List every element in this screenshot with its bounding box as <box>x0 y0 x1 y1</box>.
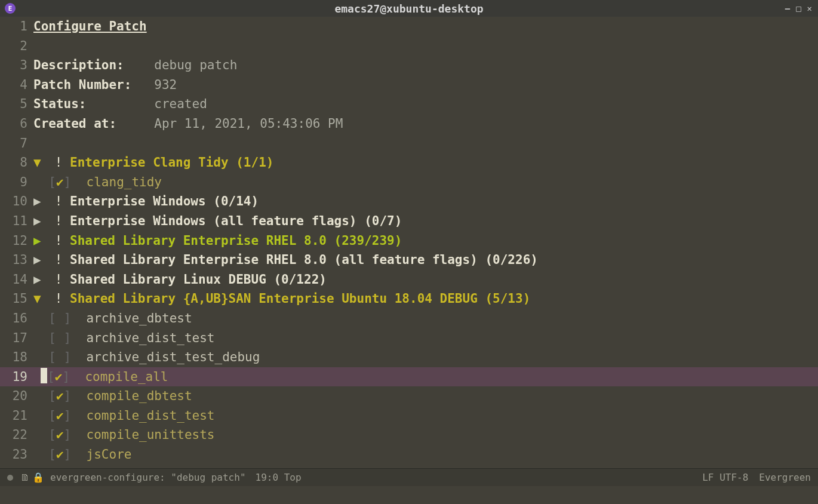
status-label: Status: <box>33 97 154 111</box>
task-checkbox[interactable]: [✔] <box>48 389 71 403</box>
task-line[interactable]: 21 [✔] compile_dist_test <box>0 406 818 426</box>
field-line: 4Patch Number: 932 <box>0 75 818 95</box>
fold-arrow-icon[interactable]: ▼ <box>33 289 47 309</box>
minibuffer[interactable] <box>0 486 818 504</box>
task-name[interactable]: compile_all <box>85 370 168 384</box>
field-line: 5Status: created <box>0 94 818 114</box>
line-number: 16 <box>0 309 33 328</box>
modeline-position: 19:0 Top <box>256 472 302 483</box>
line-number: 1 <box>0 17 33 36</box>
task-name[interactable]: archive_dist_test_debug <box>87 350 260 364</box>
section-marker-icon: ! <box>55 194 63 208</box>
fold-arrow-icon[interactable]: ▶ <box>33 250 47 270</box>
task-line[interactable]: 17 [ ] archive_dist_test <box>0 328 818 348</box>
task-name[interactable]: jsCore <box>87 447 132 462</box>
section-header[interactable]: 12▶ ! Shared Library Enterprise RHEL 8.0… <box>0 231 818 251</box>
section-header[interactable]: 15▼ ! Shared Library {A,UB}SAN Enterpris… <box>0 289 818 309</box>
line-number: 21 <box>0 406 33 426</box>
created-at-label: Created at: <box>33 116 154 131</box>
status-value: created <box>154 97 207 111</box>
modified-indicator-icon <box>7 475 13 481</box>
task-line[interactable]: 19 [✔] compile_all <box>0 367 818 387</box>
maximize-button[interactable]: □ <box>796 4 801 13</box>
task-name[interactable]: compile_unittests <box>87 428 215 442</box>
task-name[interactable]: clang_tidy <box>87 175 162 189</box>
window-controls: — □ ✕ <box>785 4 818 13</box>
task-line[interactable]: 20 [✔] compile_dbtest <box>0 386 818 406</box>
task-checkbox[interactable]: [✔] <box>48 428 71 442</box>
patch-number-value: 932 <box>154 78 177 92</box>
line-number: 19 <box>0 367 33 387</box>
editor-area[interactable]: 1Configure Patch23Description: debug pat… <box>0 17 818 468</box>
task-checkbox[interactable]: [✔] <box>48 175 71 189</box>
task-line[interactable]: 22 [✔] compile_unittests <box>0 425 818 445</box>
section-marker-icon: ! <box>55 272 63 287</box>
task-checkbox[interactable]: [ ] <box>48 331 71 345</box>
modeline[interactable]: 🗎 🔒 evergreen-configure: "debug patch" 1… <box>0 468 818 486</box>
section-marker-icon: ! <box>55 291 63 306</box>
line-number: 17 <box>0 328 33 348</box>
section-header[interactable]: 13▶ ! Shared Library Enterprise RHEL 8.0… <box>0 250 818 270</box>
section-header[interactable]: 11▶ ! Enterprise Windows (all feature fl… <box>0 211 818 231</box>
section-label[interactable]: Enterprise Windows (all feature flags) (… <box>70 214 402 228</box>
task-checkbox[interactable]: [✔] <box>48 408 71 423</box>
window-titlebar[interactable]: E emacs27@xubuntu-desktop — □ ✕ <box>0 0 818 17</box>
section-label[interactable]: Shared Library Enterprise RHEL 8.0 (239/… <box>70 233 402 248</box>
minimize-button[interactable]: — <box>785 4 790 13</box>
task-name[interactable]: compile_dist_test <box>87 408 215 423</box>
task-name[interactable]: archive_dbtest <box>87 311 192 325</box>
close-button[interactable]: ✕ <box>807 4 812 13</box>
task-name[interactable]: archive_dist_test <box>87 331 215 345</box>
line-number: 2 <box>0 36 33 56</box>
app-icon: E <box>5 3 16 14</box>
field-line: 6Created at: Apr 11, 2021, 05:43:06 PM <box>0 114 818 134</box>
task-line[interactable]: 23 [✔] jsCore <box>0 445 818 465</box>
line-number: 11 <box>0 211 33 231</box>
modeline-encoding: LF UTF-8 <box>702 472 748 483</box>
section-header[interactable]: 14▶ ! Shared Library Linux DEBUG (0/122) <box>0 270 818 290</box>
line-number: 22 <box>0 425 33 445</box>
line-number: 5 <box>0 94 33 114</box>
created-at-value: Apr 11, 2021, 05:43:06 PM <box>154 116 343 131</box>
line-number: 23 <box>0 445 33 465</box>
task-checkbox[interactable]: [✔] <box>48 447 71 462</box>
modeline-major-mode: Evergreen <box>759 472 811 483</box>
field-line: 3Description: debug patch <box>0 56 818 75</box>
line-number: 3 <box>0 56 33 75</box>
line-number: 14 <box>0 270 33 290</box>
section-label[interactable]: Shared Library Enterprise RHEL 8.0 (all … <box>70 253 538 267</box>
section-header[interactable]: 10▶ ! Enterprise Windows (0/14) <box>0 192 818 211</box>
task-checkbox[interactable]: [ ] <box>48 350 71 364</box>
blank-line: 7 <box>0 134 818 153</box>
line-number: 7 <box>0 134 33 153</box>
lock-icon: 🔒 <box>32 472 44 483</box>
line-number: 20 <box>0 386 33 406</box>
line-number: 13 <box>0 250 33 270</box>
fold-arrow-icon[interactable]: ▶ <box>33 211 47 231</box>
section-marker-icon: ! <box>55 253 63 267</box>
description-label: Description: <box>33 58 154 72</box>
section-label[interactable]: Enterprise Clang Tidy (1/1) <box>70 155 273 170</box>
line-number: 9 <box>0 173 33 192</box>
task-line[interactable]: 18 [ ] archive_dist_test_debug <box>0 348 818 367</box>
fold-arrow-icon[interactable]: ▶ <box>33 192 47 211</box>
task-checkbox[interactable]: [✔] <box>47 370 70 384</box>
line-number: 8 <box>0 153 33 173</box>
window-title: emacs27@xubuntu-desktop <box>334 2 483 15</box>
description-value: debug patch <box>154 58 237 72</box>
page-title: Configure Patch <box>33 19 147 33</box>
section-header[interactable]: 8▼ ! Enterprise Clang Tidy (1/1) <box>0 153 818 173</box>
section-label[interactable]: Enterprise Windows (0/14) <box>70 194 259 208</box>
line-number: 12 <box>0 231 33 251</box>
task-name[interactable]: compile_dbtest <box>87 389 192 403</box>
task-line[interactable]: 9 [✔] clang_tidy <box>0 173 818 192</box>
task-line[interactable]: 16 [ ] archive_dbtest <box>0 309 818 328</box>
file-icon: 🗎 <box>20 472 30 483</box>
fold-arrow-icon[interactable]: ▶ <box>33 231 47 251</box>
fold-arrow-icon[interactable]: ▼ <box>33 153 47 173</box>
fold-arrow-icon[interactable]: ▶ <box>33 270 47 290</box>
task-checkbox[interactable]: [ ] <box>48 311 71 325</box>
section-label[interactable]: Shared Library {A,UB}SAN Enterprise Ubun… <box>70 291 530 306</box>
section-label[interactable]: Shared Library Linux DEBUG (0/122) <box>70 272 327 287</box>
modeline-buffer-name: evergreen-configure: "debug patch" <box>50 472 246 483</box>
